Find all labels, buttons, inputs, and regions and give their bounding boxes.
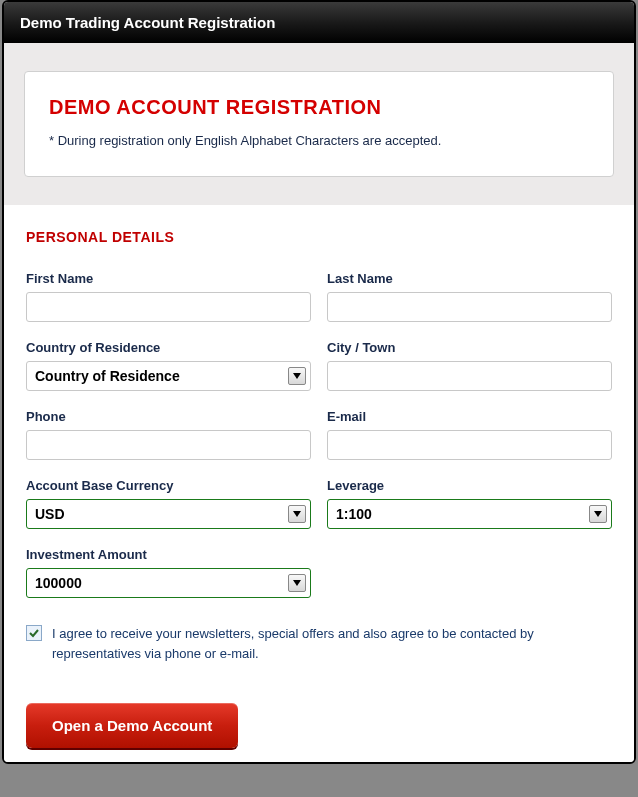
section-title: PERSONAL DETAILS bbox=[26, 229, 612, 245]
group-last-name: Last Name bbox=[327, 271, 612, 322]
label-investment: Investment Amount bbox=[26, 547, 311, 562]
first-name-input[interactable] bbox=[26, 292, 311, 322]
intro-note: * During registration only English Alpha… bbox=[49, 133, 589, 148]
intro-heading: DEMO ACCOUNT REGISTRATION bbox=[49, 96, 589, 119]
group-leverage: Leverage 1:100 bbox=[327, 478, 612, 529]
svg-marker-2 bbox=[594, 511, 602, 517]
currency-select[interactable]: USD bbox=[26, 499, 311, 529]
svg-marker-0 bbox=[293, 373, 301, 379]
chevron-down-icon bbox=[288, 574, 306, 592]
investment-select[interactable]: 100000 bbox=[26, 568, 311, 598]
phone-input[interactable] bbox=[26, 430, 311, 460]
label-city: City / Town bbox=[327, 340, 612, 355]
investment-selected-value: 100000 bbox=[35, 575, 82, 591]
group-country: Country of Residence Country of Residenc… bbox=[26, 340, 311, 391]
group-email: E-mail bbox=[327, 409, 612, 460]
label-first-name: First Name bbox=[26, 271, 311, 286]
group-phone: Phone bbox=[26, 409, 311, 460]
consent-row: I agree to receive your newsletters, spe… bbox=[26, 624, 612, 663]
intro-area: DEMO ACCOUNT REGISTRATION * During regis… bbox=[4, 43, 634, 205]
country-selected-value: Country of Residence bbox=[35, 368, 180, 384]
form-area: PERSONAL DETAILS First Name Last Name Co… bbox=[4, 205, 634, 681]
window-title: Demo Trading Account Registration bbox=[4, 2, 634, 43]
city-input[interactable] bbox=[327, 361, 612, 391]
consent-text: I agree to receive your newsletters, spe… bbox=[52, 624, 612, 663]
open-demo-account-button[interactable]: Open a Demo Account bbox=[26, 703, 238, 748]
group-first-name: First Name bbox=[26, 271, 311, 322]
label-last-name: Last Name bbox=[327, 271, 612, 286]
svg-marker-1 bbox=[293, 511, 301, 517]
currency-selected-value: USD bbox=[35, 506, 65, 522]
chevron-down-icon bbox=[589, 505, 607, 523]
svg-marker-3 bbox=[293, 580, 301, 586]
form-grid: First Name Last Name Country of Residenc… bbox=[26, 271, 612, 598]
chevron-down-icon bbox=[288, 367, 306, 385]
group-city: City / Town bbox=[327, 340, 612, 391]
country-select[interactable]: Country of Residence bbox=[26, 361, 311, 391]
group-currency: Account Base Currency USD bbox=[26, 478, 311, 529]
registration-window: Demo Trading Account Registration DEMO A… bbox=[2, 0, 636, 764]
check-icon bbox=[28, 627, 40, 639]
email-input[interactable] bbox=[327, 430, 612, 460]
label-phone: Phone bbox=[26, 409, 311, 424]
group-investment: Investment Amount 100000 bbox=[26, 547, 311, 598]
last-name-input[interactable] bbox=[327, 292, 612, 322]
label-email: E-mail bbox=[327, 409, 612, 424]
label-leverage: Leverage bbox=[327, 478, 612, 493]
chevron-down-icon bbox=[288, 505, 306, 523]
leverage-select[interactable]: 1:100 bbox=[327, 499, 612, 529]
label-country: Country of Residence bbox=[26, 340, 311, 355]
leverage-selected-value: 1:100 bbox=[336, 506, 372, 522]
intro-box: DEMO ACCOUNT REGISTRATION * During regis… bbox=[24, 71, 614, 177]
consent-checkbox[interactable] bbox=[26, 625, 42, 641]
label-currency: Account Base Currency bbox=[26, 478, 311, 493]
footer: Open a Demo Account bbox=[4, 681, 634, 762]
